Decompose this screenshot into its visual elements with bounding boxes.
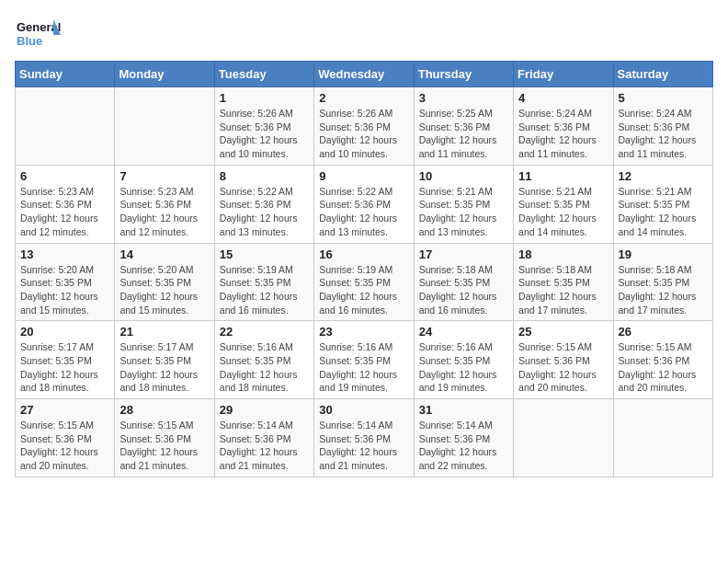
day-number: 3 bbox=[419, 91, 508, 105]
day-info: Sunrise: 5:14 AM Sunset: 5:36 PM Dayligh… bbox=[319, 419, 408, 473]
day-number: 10 bbox=[419, 169, 508, 183]
calendar-cell: 8Sunrise: 5:22 AM Sunset: 5:36 PM Daylig… bbox=[214, 165, 313, 243]
day-info: Sunrise: 5:16 AM Sunset: 5:35 PM Dayligh… bbox=[220, 340, 309, 395]
day-number: 20 bbox=[20, 325, 109, 339]
day-info: Sunrise: 5:16 AM Sunset: 5:35 PM Dayligh… bbox=[319, 340, 408, 395]
day-info: Sunrise: 5:25 AM Sunset: 5:36 PM Dayligh… bbox=[419, 107, 508, 161]
day-number: 27 bbox=[20, 403, 109, 417]
calendar-cell: 13Sunrise: 5:20 AM Sunset: 5:35 PM Dayli… bbox=[16, 243, 115, 321]
calendar-cell: 15Sunrise: 5:19 AM Sunset: 5:35 PM Dayli… bbox=[214, 243, 313, 321]
week-row-2: 6Sunrise: 5:23 AM Sunset: 5:36 PM Daylig… bbox=[16, 165, 713, 243]
calendar-cell: 20Sunrise: 5:17 AM Sunset: 5:35 PM Dayli… bbox=[16, 321, 115, 399]
day-info: Sunrise: 5:18 AM Sunset: 5:35 PM Dayligh… bbox=[419, 263, 508, 317]
day-info: Sunrise: 5:24 AM Sunset: 5:36 PM Dayligh… bbox=[518, 107, 608, 161]
day-number: 26 bbox=[619, 325, 708, 339]
svg-text:Blue: Blue bbox=[17, 34, 42, 48]
calendar-cell: 12Sunrise: 5:21 AM Sunset: 5:35 PM Dayli… bbox=[613, 165, 712, 243]
day-info: Sunrise: 5:19 AM Sunset: 5:35 PM Dayligh… bbox=[220, 263, 309, 317]
day-info: Sunrise: 5:14 AM Sunset: 5:36 PM Dayligh… bbox=[419, 419, 508, 473]
calendar-cell bbox=[613, 399, 712, 477]
day-info: Sunrise: 5:18 AM Sunset: 5:35 PM Dayligh… bbox=[518, 263, 608, 317]
calendar-header-row: SundayMondayTuesdayWednesdayThursdayFrid… bbox=[16, 62, 713, 87]
day-info: Sunrise: 5:23 AM Sunset: 5:36 PM Dayligh… bbox=[119, 185, 209, 239]
day-number: 22 bbox=[220, 325, 309, 339]
header-tuesday: Tuesday bbox=[214, 62, 313, 87]
calendar-cell: 14Sunrise: 5:20 AM Sunset: 5:35 PM Dayli… bbox=[115, 243, 214, 321]
day-number: 21 bbox=[119, 325, 209, 339]
calendar-cell bbox=[16, 87, 115, 166]
calendar-table: SundayMondayTuesdayWednesdayThursdayFrid… bbox=[15, 61, 713, 477]
day-info: Sunrise: 5:22 AM Sunset: 5:36 PM Dayligh… bbox=[220, 185, 309, 239]
day-info: Sunrise: 5:26 AM Sunset: 5:36 PM Dayligh… bbox=[220, 107, 309, 161]
day-info: Sunrise: 5:15 AM Sunset: 5:36 PM Dayligh… bbox=[518, 340, 608, 395]
day-info: Sunrise: 5:20 AM Sunset: 5:35 PM Dayligh… bbox=[20, 263, 109, 317]
day-info: Sunrise: 5:17 AM Sunset: 5:35 PM Dayligh… bbox=[20, 340, 109, 395]
day-number: 5 bbox=[619, 91, 708, 105]
calendar-cell: 17Sunrise: 5:18 AM Sunset: 5:35 PM Dayli… bbox=[414, 243, 513, 321]
day-number: 2 bbox=[319, 91, 408, 105]
day-info: Sunrise: 5:15 AM Sunset: 5:36 PM Dayligh… bbox=[20, 419, 109, 473]
day-info: Sunrise: 5:19 AM Sunset: 5:35 PM Dayligh… bbox=[319, 263, 408, 317]
day-info: Sunrise: 5:23 AM Sunset: 5:36 PM Dayligh… bbox=[20, 185, 109, 239]
calendar-cell: 28Sunrise: 5:15 AM Sunset: 5:36 PM Dayli… bbox=[115, 399, 214, 477]
calendar-cell: 7Sunrise: 5:23 AM Sunset: 5:36 PM Daylig… bbox=[115, 165, 214, 243]
day-number: 30 bbox=[319, 403, 408, 417]
calendar-cell: 1Sunrise: 5:26 AM Sunset: 5:36 PM Daylig… bbox=[214, 87, 313, 166]
day-info: Sunrise: 5:17 AM Sunset: 5:35 PM Dayligh… bbox=[119, 340, 209, 395]
day-number: 12 bbox=[619, 169, 708, 183]
calendar-cell: 27Sunrise: 5:15 AM Sunset: 5:36 PM Dayli… bbox=[16, 399, 115, 477]
day-info: Sunrise: 5:14 AM Sunset: 5:36 PM Dayligh… bbox=[220, 419, 309, 473]
header-sunday: Sunday bbox=[16, 62, 115, 87]
calendar-cell: 19Sunrise: 5:18 AM Sunset: 5:35 PM Dayli… bbox=[613, 243, 712, 321]
day-info: Sunrise: 5:22 AM Sunset: 5:36 PM Dayligh… bbox=[319, 185, 408, 239]
calendar-cell: 23Sunrise: 5:16 AM Sunset: 5:35 PM Dayli… bbox=[314, 321, 414, 399]
header-thursday: Thursday bbox=[414, 62, 513, 87]
day-info: Sunrise: 5:26 AM Sunset: 5:36 PM Dayligh… bbox=[319, 107, 408, 161]
day-number: 17 bbox=[419, 247, 508, 261]
day-number: 11 bbox=[518, 169, 608, 183]
day-info: Sunrise: 5:16 AM Sunset: 5:35 PM Dayligh… bbox=[419, 340, 508, 395]
calendar-cell: 24Sunrise: 5:16 AM Sunset: 5:35 PM Dayli… bbox=[414, 321, 513, 399]
day-number: 9 bbox=[319, 169, 408, 183]
header-wednesday: Wednesday bbox=[314, 62, 414, 87]
header: General Blue bbox=[15, 15, 713, 52]
week-row-1: 1Sunrise: 5:26 AM Sunset: 5:36 PM Daylig… bbox=[16, 87, 713, 166]
calendar-cell: 18Sunrise: 5:18 AM Sunset: 5:35 PM Dayli… bbox=[514, 243, 613, 321]
day-info: Sunrise: 5:24 AM Sunset: 5:36 PM Dayligh… bbox=[619, 107, 708, 161]
day-info: Sunrise: 5:15 AM Sunset: 5:36 PM Dayligh… bbox=[119, 419, 209, 473]
day-number: 13 bbox=[20, 247, 109, 261]
calendar-cell: 16Sunrise: 5:19 AM Sunset: 5:35 PM Dayli… bbox=[314, 243, 414, 321]
day-number: 24 bbox=[419, 325, 508, 339]
day-info: Sunrise: 5:20 AM Sunset: 5:35 PM Dayligh… bbox=[119, 263, 209, 317]
day-info: Sunrise: 5:15 AM Sunset: 5:36 PM Dayligh… bbox=[619, 340, 708, 395]
header-saturday: Saturday bbox=[613, 62, 712, 87]
calendar-cell: 3Sunrise: 5:25 AM Sunset: 5:36 PM Daylig… bbox=[414, 87, 513, 166]
calendar-cell: 9Sunrise: 5:22 AM Sunset: 5:36 PM Daylig… bbox=[314, 165, 414, 243]
calendar-cell bbox=[115, 87, 214, 166]
calendar-cell bbox=[514, 399, 613, 477]
day-info: Sunrise: 5:21 AM Sunset: 5:35 PM Dayligh… bbox=[619, 185, 708, 239]
day-number: 31 bbox=[419, 403, 508, 417]
header-monday: Monday bbox=[115, 62, 214, 87]
day-number: 8 bbox=[220, 169, 309, 183]
calendar-cell: 21Sunrise: 5:17 AM Sunset: 5:35 PM Dayli… bbox=[115, 321, 214, 399]
calendar-cell: 4Sunrise: 5:24 AM Sunset: 5:36 PM Daylig… bbox=[514, 87, 613, 166]
logo-svg: General Blue bbox=[15, 15, 61, 52]
calendar-cell: 30Sunrise: 5:14 AM Sunset: 5:36 PM Dayli… bbox=[314, 399, 414, 477]
day-number: 4 bbox=[518, 91, 608, 105]
day-info: Sunrise: 5:18 AM Sunset: 5:35 PM Dayligh… bbox=[619, 263, 708, 317]
calendar-cell: 25Sunrise: 5:15 AM Sunset: 5:36 PM Dayli… bbox=[514, 321, 613, 399]
week-row-3: 13Sunrise: 5:20 AM Sunset: 5:35 PM Dayli… bbox=[16, 243, 713, 321]
day-number: 19 bbox=[619, 247, 708, 261]
calendar-cell: 11Sunrise: 5:21 AM Sunset: 5:35 PM Dayli… bbox=[514, 165, 613, 243]
logo: General Blue bbox=[15, 15, 61, 52]
calendar-cell: 6Sunrise: 5:23 AM Sunset: 5:36 PM Daylig… bbox=[16, 165, 115, 243]
day-number: 1 bbox=[220, 91, 309, 105]
day-number: 14 bbox=[119, 247, 209, 261]
calendar-cell: 31Sunrise: 5:14 AM Sunset: 5:36 PM Dayli… bbox=[414, 399, 513, 477]
calendar-cell: 10Sunrise: 5:21 AM Sunset: 5:35 PM Dayli… bbox=[414, 165, 513, 243]
day-info: Sunrise: 5:21 AM Sunset: 5:35 PM Dayligh… bbox=[419, 185, 508, 239]
day-number: 29 bbox=[220, 403, 309, 417]
calendar-cell: 22Sunrise: 5:16 AM Sunset: 5:35 PM Dayli… bbox=[214, 321, 313, 399]
day-number: 28 bbox=[119, 403, 209, 417]
